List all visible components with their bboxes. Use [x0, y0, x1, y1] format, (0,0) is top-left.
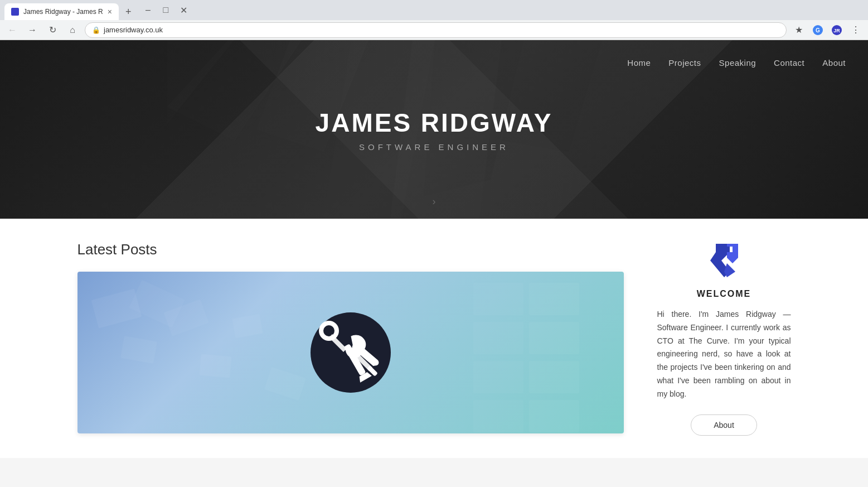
posts-heading: Latest Posts: [77, 241, 624, 258]
jr-logo: [705, 241, 744, 280]
close-button[interactable]: ✕: [176, 2, 191, 18]
nav-contact[interactable]: Contact: [774, 58, 804, 67]
nav-speaking[interactable]: Speaking: [719, 58, 757, 67]
hero-section: Home Projects Speaking Contact About JAM…: [0, 40, 868, 219]
nav-projects[interactable]: Projects: [668, 58, 701, 67]
hero-subtitle: SOFTWARE ENGINEER: [316, 142, 553, 152]
address-bar[interactable]: 🔒 jamesridway.co.uk: [85, 22, 787, 38]
welcome-text: Hi there. I'm James Ridgway — Software E…: [657, 308, 791, 401]
welcome-section: WELCOME Hi there. I'm James Ridgway — So…: [657, 289, 791, 436]
browser-controls: ← → ↻ ⌂ 🔒 jamesridway.co.uk ★ G JR ⋮: [0, 20, 868, 40]
website: Home Projects Speaking Contact About JAM…: [0, 40, 868, 458]
tab-close-button[interactable]: ×: [108, 7, 112, 16]
forward-button[interactable]: →: [25, 22, 40, 38]
profile-button[interactable]: G: [810, 22, 826, 38]
hero-scroll-arrow: ›: [433, 196, 436, 208]
hero-nav: Home Projects Speaking Contact About: [605, 40, 868, 85]
browser-chrome: James Ridgway - James R × + – □ ✕ ← → ↻ …: [0, 0, 868, 40]
home-button[interactable]: ⌂: [65, 22, 80, 38]
svg-text:JR: JR: [833, 28, 840, 33]
nav-about[interactable]: About: [822, 58, 846, 67]
svg-text:G: G: [816, 27, 820, 33]
tab-favicon: [11, 8, 19, 16]
browser-titlebar: James Ridgway - James R × + – □ ✕: [0, 0, 868, 20]
browser-actions: ★ G JR ⋮: [791, 22, 864, 38]
minimize-button[interactable]: –: [140, 2, 156, 18]
sidebar-logo: [657, 241, 791, 280]
nav-home[interactable]: Home: [627, 58, 651, 67]
main-content: Latest Posts: [44, 219, 825, 458]
tools-icon: [309, 311, 392, 394]
posts-section: Latest Posts: [77, 241, 624, 436]
hero-name: JAMES RIDGWAY: [316, 108, 553, 138]
svg-point-18: [326, 327, 332, 334]
browser-tabs: James Ridgway - James R × +: [4, 0, 135, 20]
about-button[interactable]: About: [691, 414, 757, 436]
post-thumbnail-bg: [77, 272, 624, 433]
url-text: jamesridway.co.uk: [104, 26, 163, 34]
lock-icon: 🔒: [92, 26, 100, 34]
back-button[interactable]: ←: [4, 22, 20, 38]
post-card[interactable]: [77, 272, 624, 433]
maximize-button[interactable]: □: [158, 2, 173, 18]
post-thumbnail: [77, 272, 624, 433]
user-profile-button[interactable]: JR: [829, 22, 845, 38]
browser-tab-active[interactable]: James Ridgway - James R ×: [4, 3, 119, 20]
bookmark-button[interactable]: ★: [791, 22, 807, 38]
hero-content: JAMES RIDGWAY SOFTWARE ENGINEER: [316, 108, 553, 152]
reload-button[interactable]: ↻: [45, 22, 60, 38]
new-tab-button[interactable]: +: [121, 4, 136, 20]
menu-button[interactable]: ⋮: [848, 22, 864, 38]
sidebar: WELCOME Hi there. I'm James Ridgway — So…: [657, 241, 791, 436]
tab-title: James Ridgway - James R: [23, 8, 103, 16]
window-controls: – □ ✕: [140, 2, 191, 18]
welcome-title: WELCOME: [657, 289, 791, 299]
